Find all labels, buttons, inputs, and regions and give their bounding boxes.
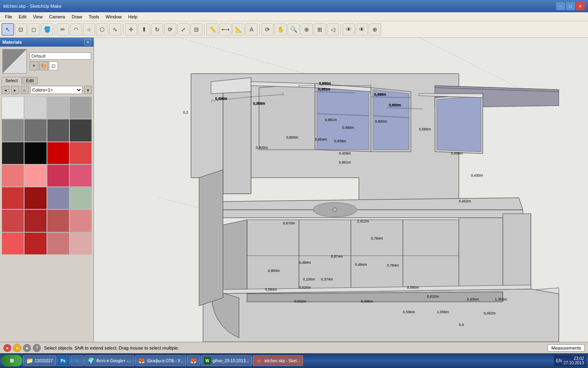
offset-button[interactable]: ⊟ — [190, 23, 203, 36]
swatch-15[interactable] — [69, 164, 92, 187]
circle-button[interactable]: ○ — [83, 23, 95, 36]
swatch-22[interactable] — [47, 209, 69, 232]
pushpull-button[interactable]: ⬆ — [138, 23, 150, 36]
prev-view-button[interactable]: ◁ — [327, 23, 339, 36]
menu-view[interactable]: View — [30, 13, 46, 20]
taskbar-word-label: gihse_20-10-2013... — [213, 359, 249, 363]
swatch-9[interactable] — [24, 142, 47, 164]
swatch-25[interactable] — [24, 232, 47, 255]
pan-button[interactable]: ✋ — [274, 23, 287, 36]
menu-edit[interactable]: Edit — [16, 13, 30, 20]
position-camera-button[interactable]: 👁 — [343, 23, 355, 36]
white-material[interactable]: ◻ — [49, 61, 58, 70]
svg-text:0,800m: 0,800m — [389, 103, 401, 107]
swatch-6[interactable] — [47, 119, 69, 141]
swatch-10[interactable] — [47, 142, 69, 164]
paint-button[interactable]: 🪣 — [41, 23, 53, 36]
tab-edit[interactable]: Edit — [22, 77, 38, 84]
swatch-1[interactable] — [24, 96, 47, 119]
svg-marker-20 — [437, 96, 481, 152]
materials-title: Materials — [2, 40, 22, 45]
swatch-5[interactable] — [24, 119, 47, 141]
swatch-12[interactable] — [2, 164, 24, 187]
close-button[interactable]: ✕ — [576, 2, 585, 10]
swatch-23[interactable] — [69, 209, 92, 232]
tab-select[interactable]: Select — [2, 77, 22, 84]
swatch-2[interactable] — [47, 96, 69, 119]
scale-button[interactable]: ⤢ — [177, 23, 189, 36]
tape-button[interactable]: 📏 — [206, 23, 218, 36]
swatch-4[interactable] — [2, 119, 24, 141]
menu-window[interactable]: Window — [102, 13, 125, 20]
swatch-0[interactable] — [2, 96, 24, 119]
swatch-11[interactable] — [69, 142, 92, 164]
polygon-button[interactable]: ⬡ — [96, 23, 108, 36]
swatch-26[interactable] — [47, 232, 69, 255]
category-select[interactable]: Colors<1> Colors Asphalt and Concrete Br… — [30, 86, 82, 94]
zoom-window-button[interactable]: ⊕ — [301, 23, 313, 36]
eraser-button[interactable]: ◻ — [28, 23, 40, 36]
status-icon-red[interactable]: ● — [3, 344, 11, 352]
taskbar-item-firefox[interactable]: 🦊 — [187, 355, 200, 366]
rotate-button[interactable]: ↻ — [151, 23, 163, 36]
protractor-button[interactable]: 📐 — [232, 23, 245, 36]
pencil-button[interactable]: ✏ — [57, 23, 69, 36]
component-button[interactable]: ⊡ — [15, 23, 27, 36]
swatch-13[interactable] — [24, 164, 47, 187]
svg-marker-8 — [259, 84, 315, 150]
text-button[interactable]: A — [245, 23, 258, 36]
svg-text:0,670m: 0,670m — [283, 221, 295, 225]
swatch-24[interactable] — [2, 232, 24, 255]
menu-file[interactable]: File — [2, 13, 16, 20]
3d-viewport[interactable]: .wall { fill: #cccccc; stroke: #333; str… — [94, 38, 588, 342]
taskbar-item-ie[interactable]: e — [71, 355, 84, 366]
nav-details-button[interactable]: ▾ — [84, 86, 92, 94]
zoom-extents-button[interactable]: ⊞ — [314, 23, 326, 36]
materials-close-button[interactable]: ✕ — [85, 39, 91, 45]
swatch-27[interactable] — [69, 232, 92, 255]
swatch-19[interactable] — [69, 187, 92, 209]
zoom-button[interactable]: 🔍 — [287, 23, 300, 36]
swatch-8[interactable] — [2, 142, 24, 164]
nav-forward-button[interactable]: ▸ — [11, 86, 19, 94]
taskbar-item-explorer[interactable]: 📁 11031027 — [23, 355, 56, 366]
nav-home-button[interactable]: ⌂ — [21, 86, 29, 94]
followme-button[interactable]: ⟳ — [164, 23, 176, 36]
minimize-button[interactable]: − — [556, 2, 565, 10]
swatch-14[interactable] — [47, 164, 69, 187]
taskbar-item-photoshop[interactable]: Ps — [57, 355, 70, 366]
pick-color-button[interactable]: 🎨 — [39, 61, 48, 70]
status-icon-grey[interactable]: ● — [23, 344, 31, 352]
swatch-3[interactable] — [69, 96, 92, 119]
axes-button[interactable]: ⊕ — [369, 23, 381, 36]
menu-tools[interactable]: Tools — [85, 13, 102, 20]
swatch-7[interactable] — [69, 119, 92, 141]
swatch-21[interactable] — [24, 209, 47, 232]
nav-back-button[interactable]: ◂ — [2, 86, 9, 94]
swatch-16[interactable] — [2, 187, 24, 209]
menu-draw[interactable]: Draw — [68, 13, 85, 20]
svg-text:0,800m: 0,800m — [268, 269, 280, 273]
taskbar-item-shkafi[interactable]: 🦊 Шкафы в СПБ - У... — [135, 355, 186, 366]
look-around-button[interactable]: 👁 — [356, 23, 368, 36]
swatch-20[interactable] — [2, 209, 24, 232]
select-tool-button[interactable]: ↖ — [2, 23, 14, 36]
taskbar-item-photos[interactable]: 🌍 Фото в Google+ -... — [85, 355, 134, 366]
orbit-button[interactable]: ⟳ — [261, 23, 274, 36]
status-icon-yellow[interactable]: ● — [13, 344, 21, 352]
dimension-button[interactable]: ⟷ — [219, 23, 232, 36]
word-icon: W — [204, 357, 211, 364]
taskbar-item-sketchup[interactable]: ◈ kitchen.skp - Sket... — [253, 355, 303, 366]
status-icon-help[interactable]: ? — [33, 344, 41, 352]
menu-help[interactable]: Help — [125, 13, 141, 20]
menu-camera[interactable]: Camera — [46, 13, 68, 20]
freehand-button[interactable]: ∿ — [109, 23, 121, 36]
swatch-17[interactable] — [24, 187, 47, 209]
start-button[interactable]: ⊞ — [2, 355, 22, 366]
move-button[interactable]: ✛ — [125, 23, 137, 36]
create-material-button[interactable]: + — [29, 61, 38, 70]
arc-button[interactable]: ◠ — [70, 23, 82, 36]
swatch-18[interactable] — [47, 187, 69, 209]
maximize-button[interactable]: □ — [566, 2, 575, 10]
taskbar-item-word[interactable]: W gihse_20-10-2013... — [201, 355, 252, 366]
